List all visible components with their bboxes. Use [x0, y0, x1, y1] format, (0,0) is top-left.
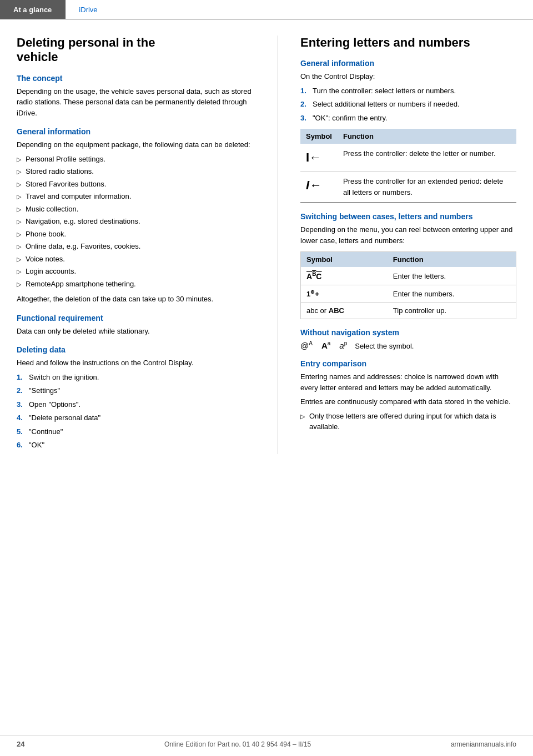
bullet-icon: ▷: [17, 180, 21, 189]
symbol-cell: I←: [300, 172, 338, 203]
deleting-data-title: Deleting data: [17, 345, 255, 354]
general-info-intro: On the Control Display:: [300, 71, 516, 82]
function-cell: Press the controller: delete the letter …: [338, 144, 516, 172]
entry-comparison-text2: Entries are continuously compared with d…: [300, 396, 516, 407]
footer-text: Online Edition for Part no. 01 40 2 954 …: [164, 740, 311, 748]
symbol-table-2: Symbol Function ABC Enter the letters. 1…: [300, 251, 516, 319]
general-info-title-left: General information: [17, 127, 255, 136]
list-item: ▷Online data, e.g. Favorites, cookies.: [17, 241, 255, 252]
list-item: 6."OK": [17, 440, 255, 451]
altogether-text: Altogether, the deletion of the data can…: [17, 294, 255, 305]
table1-header-symbol: Symbol: [300, 129, 338, 144]
function-cell: Press the controller for an extended per…: [338, 172, 516, 203]
bullet-icon: ▷: [17, 167, 21, 177]
list-item: ▷Login accounts.: [17, 266, 255, 277]
list-item: ▷RemoteApp smartphone tethering.: [17, 279, 255, 290]
bullet-icon: ▷: [17, 280, 21, 289]
without-nav-section: Without navigation system @A Aa ap Selec…: [300, 328, 516, 350]
without-nav-symbols: @A Aa ap Select the symbol.: [300, 340, 516, 350]
table-row: I← Press the controller: delete the lett…: [300, 144, 516, 172]
table2-header-symbol: Symbol: [301, 252, 388, 268]
entry-comparison-section: Entry comparison Entering names and addr…: [300, 359, 516, 432]
deleting-steps-list: 1.Switch on the ignition. 2."Settings" 3…: [17, 372, 255, 451]
content-area: Deleting personal in the vehicle The con…: [0, 20, 533, 487]
bullet-icon: ▷: [17, 205, 21, 214]
bullet-list: ▷Personal Profile settings. ▷Stored radi…: [17, 154, 255, 290]
symbol-table-1: Symbol Function I← Press the controller:…: [300, 129, 516, 203]
table-row: 1⊚+ Enter the numbers.: [301, 285, 516, 303]
footer-site: armenianmanuals.info: [451, 740, 516, 748]
list-item: ▷Stored Favorites buttons.: [17, 179, 255, 190]
bullet-icon: ▷: [17, 192, 21, 201]
general-info-title-right: General information: [300, 59, 516, 68]
list-item: 1.Switch on the ignition.: [17, 372, 255, 383]
switching-text: Depending on the menu, you can reel betw…: [300, 224, 516, 246]
top-nav: At a glance iDrive: [0, 0, 533, 20]
table-row: abc or ABC Tip controller up.: [301, 303, 516, 319]
right-steps-list: 1.Turn the controller: select letters or…: [300, 85, 516, 124]
left-column: Deleting personal in the vehicle The con…: [17, 36, 255, 454]
without-nav-text: Select the symbol.: [355, 342, 414, 350]
list-item: 3."OK": confirm the entry.: [300, 113, 516, 124]
list-item: ▷Stored radio stations.: [17, 166, 255, 177]
table1-header-function: Function: [338, 129, 516, 144]
symbol-cell: ABC: [301, 267, 388, 285]
bullet-icon: ▷: [17, 155, 21, 164]
entry-comparison-text1: Entering names and addresses: choice is …: [300, 371, 516, 393]
page-footer: 24 Online Edition for Part no. 01 40 2 9…: [0, 735, 533, 748]
symbol-cell: abc or ABC: [301, 303, 388, 319]
entry-comparison-title: Entry comparison: [300, 359, 516, 368]
table-row: ABC Enter the letters.: [301, 267, 516, 285]
list-item: 5."Continue": [17, 426, 255, 437]
functional-req-text: Data can only be deleted while stationar…: [17, 326, 255, 337]
left-main-title: Deleting personal in the vehicle: [17, 36, 255, 65]
concept-text: Depending on the usage, the vehicle save…: [17, 86, 255, 119]
functional-req-title: Functional requirement: [17, 314, 255, 322]
list-item: 3.Open "Options".: [17, 399, 255, 410]
bullet-icon: ▷: [17, 217, 21, 226]
bullet-icon: ▷: [17, 267, 21, 276]
function-cell: Enter the letters.: [388, 267, 516, 285]
page-number: 24: [17, 740, 24, 748]
bullet-icon: ▷: [17, 242, 21, 251]
symbol-cell: I←: [300, 144, 338, 172]
list-item: ▷Voice notes.: [17, 254, 255, 265]
list-item: ▷Phone book.: [17, 229, 255, 240]
entry-comparison-bullet: ▷ Only those letters are offered during …: [300, 411, 516, 432]
list-item: 1.Turn the controller: select letters or…: [300, 85, 516, 97]
bullet-icon: ▷: [17, 230, 21, 239]
concept-title: The concept: [17, 74, 255, 83]
without-nav-title: Without navigation system: [300, 328, 516, 337]
right-column: Entering letters and numbers General inf…: [300, 36, 516, 454]
list-item: ▷Personal Profile settings.: [17, 154, 255, 165]
nav-tab-ataglance-label: At a glance: [13, 6, 52, 14]
nav-tab-ataglance[interactable]: At a glance: [0, 0, 66, 19]
table2-header-function: Function: [388, 252, 516, 268]
symbol-cell: 1⊚+: [301, 285, 388, 303]
list-item: ▷Navigation, e.g. stored destinations.: [17, 216, 255, 227]
bullet-icon: ▷: [300, 412, 305, 421]
deleting-data-text: Heed and follow the instructions on the …: [17, 357, 255, 369]
list-item: 2."Settings": [17, 385, 255, 396]
function-cell: Enter the numbers.: [388, 285, 516, 303]
switching-title: Switching between cases, letters and num…: [300, 212, 516, 221]
column-divider: [278, 36, 278, 454]
nav-tab-idrive-label: iDrive: [79, 6, 97, 14]
general-info-text-left: Depending on the equipment package, the …: [17, 139, 255, 150]
bullet-icon: ▷: [17, 255, 21, 264]
list-item: 4."Delete personal data": [17, 412, 255, 424]
nav-tab-idrive[interactable]: iDrive: [66, 0, 110, 19]
table-row: I← Press the controller for an extended …: [300, 172, 516, 203]
list-item: 2.Select additional letters or numbers i…: [300, 99, 516, 110]
list-item: ▷Travel and computer information.: [17, 191, 255, 202]
right-main-title: Entering letters and numbers: [300, 36, 516, 50]
list-item: ▷Music collection.: [17, 204, 255, 215]
function-cell: Tip controller up.: [388, 303, 516, 319]
